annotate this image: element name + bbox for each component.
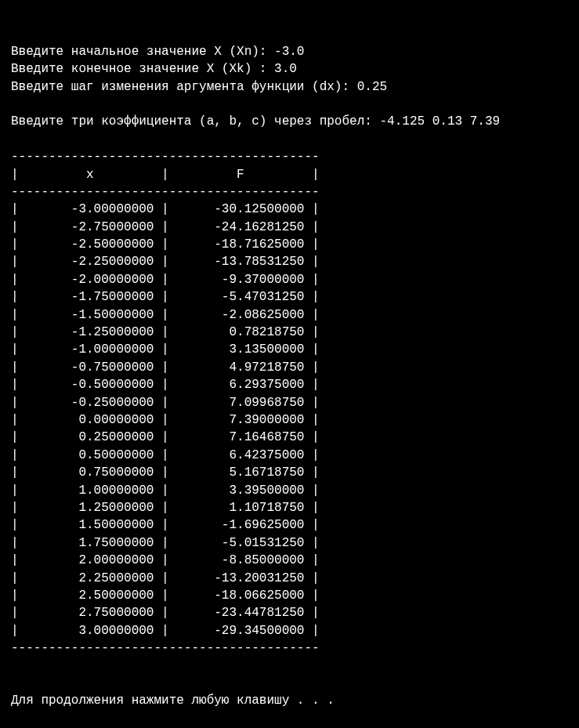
table-row: | 2.50000000 | -18.06625000 | bbox=[11, 587, 568, 604]
table-row: | -0.25000000 | 7.09968750 | bbox=[11, 394, 568, 411]
table-row: | -0.75000000 | 4.97218750 | bbox=[11, 359, 568, 376]
table-body: | -3.00000000 | -30.12500000 || -2.75000… bbox=[11, 201, 568, 639]
prompt-xn-value: -3.0 bbox=[274, 45, 304, 59]
table-row: | -2.25000000 | -13.78531250 | bbox=[11, 253, 568, 270]
console-output: Введите начальное значение X (Xn): -3.0В… bbox=[11, 43, 568, 710]
prompt-xk: Введите конечное значение X (Xk) : 3.0 bbox=[11, 60, 568, 78]
table-row: | 1.75000000 | -5.01531250 | bbox=[11, 534, 568, 552]
prompt-xk-label: Введите конечное значение X (Xk) : bbox=[11, 62, 274, 76]
prompt-xn-label: Введите начальное значение X (Xn): bbox=[11, 45, 274, 59]
table-row: | 1.25000000 | 1.10718750 | bbox=[11, 499, 568, 516]
blank-line bbox=[11, 675, 568, 692]
table-row: | -1.00000000 | 3.13500000 | bbox=[11, 341, 568, 358]
continue-prompt[interactable]: Для продолжения нажмите любую клавишу . … bbox=[11, 692, 568, 709]
table-row: | -1.25000000 | 0.78218750 | bbox=[11, 324, 568, 341]
table-divider-top: ----------------------------------------… bbox=[11, 148, 568, 165]
table-divider-mid: ----------------------------------------… bbox=[11, 183, 568, 201]
table-row: | -1.50000000 | -2.08625000 | bbox=[11, 306, 568, 324]
table-row: | -1.75000000 | -5.47031250 | bbox=[11, 288, 568, 306]
table-header: | x | F | bbox=[11, 166, 568, 183]
table-row: | 1.50000000 | -1.69625000 | bbox=[11, 516, 568, 534]
table-row: | 0.50000000 | 6.42375000 | bbox=[11, 447, 568, 464]
table-row: | 2.25000000 | -13.20031250 | bbox=[11, 570, 568, 587]
prompt-dx: Введите шаг изменения аргумента функции … bbox=[11, 78, 568, 96]
blank-line bbox=[11, 131, 568, 148]
blank-line bbox=[11, 657, 568, 674]
table-row: | 0.25000000 | 7.16468750 | bbox=[11, 429, 568, 446]
prompt-xn: Введите начальное значение X (Xn): -3.0 bbox=[11, 43, 568, 60]
table-row: | -0.50000000 | 6.29375000 | bbox=[11, 376, 568, 393]
table-divider-bottom: ----------------------------------------… bbox=[11, 639, 568, 657]
table-row: | 2.00000000 | -8.85000000 | bbox=[11, 552, 568, 569]
table-row: | -2.75000000 | -24.16281250 | bbox=[11, 219, 568, 236]
table-row: | 0.00000000 | 7.39000000 | bbox=[11, 411, 568, 429]
table-row: | -2.50000000 | -18.71625000 | bbox=[11, 236, 568, 253]
prompt-coef-label: Введите три коэффициента (a, b, c) через… bbox=[11, 114, 379, 129]
prompt-xk-value: 3.0 bbox=[274, 62, 297, 76]
prompt-coef-value: -4.125 0.13 7.39 bbox=[379, 114, 500, 129]
table-row: | 2.75000000 | -23.44781250 | bbox=[11, 604, 568, 621]
table-row: | 1.00000000 | 3.39500000 | bbox=[11, 482, 568, 499]
table-row: | -3.00000000 | -30.12500000 | bbox=[11, 201, 568, 218]
table-row: | -2.00000000 | -9.37000000 | bbox=[11, 271, 568, 288]
prompt-coef: Введите три коэффициента (a, b, c) через… bbox=[11, 113, 568, 130]
prompt-dx-label: Введите шаг изменения аргумента функции … bbox=[11, 80, 357, 94]
table-row: | 3.00000000 | -29.34500000 | bbox=[11, 622, 568, 639]
prompt-dx-value: 0.25 bbox=[357, 80, 387, 94]
table-row: | 0.75000000 | 5.16718750 | bbox=[11, 464, 568, 481]
blank-line bbox=[11, 96, 568, 113]
